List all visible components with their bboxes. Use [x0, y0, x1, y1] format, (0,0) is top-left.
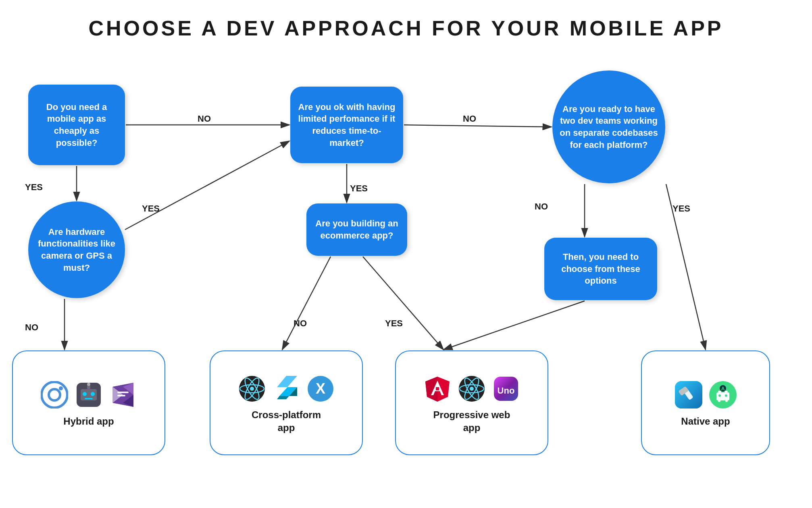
arrow-no5: NO — [294, 318, 307, 329]
svg-rect-19 — [85, 398, 93, 399]
ionic-icon — [40, 380, 70, 410]
cross-platform-icons: X — [237, 373, 336, 404]
arrow-yes1: YES — [25, 182, 43, 193]
svg-rect-57 — [725, 391, 728, 392]
svg-rect-27 — [117, 395, 125, 396]
svg-point-59 — [725, 394, 727, 397]
pwa-icons: Uno — [423, 373, 521, 404]
result-native: A Native app — [641, 350, 770, 455]
box3: Are you ready to have two dev teams work… — [552, 70, 665, 183]
svg-point-12 — [42, 382, 67, 408]
result-hybrid: Hybrid app — [12, 350, 165, 455]
svg-marker-33 — [277, 376, 297, 387]
svg-point-18 — [91, 392, 95, 396]
hybrid-label: Hybrid app — [63, 415, 114, 427]
arrow-yes4: YES — [673, 203, 690, 214]
visual-studio-icon — [108, 380, 138, 410]
result-cross-platform: X Cross-platform app — [210, 350, 363, 455]
svg-rect-61 — [725, 398, 728, 402]
box6: Then, you need to choose from these opti… — [544, 238, 657, 300]
arrow-yes5: YES — [385, 318, 403, 329]
svg-marker-35 — [277, 396, 289, 399]
svg-rect-60 — [718, 398, 720, 402]
svg-line-4 — [125, 141, 289, 230]
svg-rect-26 — [117, 392, 129, 393]
arrow-yes2: YES — [142, 203, 160, 214]
svg-line-11 — [443, 301, 585, 350]
hybrid-icons — [40, 380, 138, 410]
xcode-icon — [673, 380, 704, 410]
react-icon — [457, 373, 487, 404]
cross-platform-label: Cross-platform app — [252, 408, 321, 433]
svg-point-21 — [87, 383, 90, 386]
svg-point-14 — [59, 386, 63, 390]
react-native-icon — [237, 373, 267, 404]
robot-icon — [74, 380, 104, 410]
svg-point-32 — [250, 387, 254, 391]
box4: Are hardware functionalities like camera… — [28, 201, 125, 298]
svg-text:Uno: Uno — [498, 386, 515, 396]
xamarin-icon: X — [306, 373, 336, 404]
native-label: Native app — [681, 415, 730, 427]
svg-point-17 — [83, 392, 87, 396]
arrow-no4: NO — [25, 322, 38, 333]
angular-icon — [423, 373, 453, 404]
box2: Are you ok with having limited perfomanc… — [290, 87, 403, 163]
svg-line-10 — [363, 257, 443, 350]
arrow-no2: NO — [463, 114, 476, 124]
native-icons: A — [673, 380, 738, 410]
flutter-icon — [271, 373, 302, 404]
svg-text:X: X — [316, 380, 325, 397]
svg-line-9 — [282, 257, 331, 350]
svg-line-2 — [404, 125, 552, 127]
svg-point-47 — [470, 387, 474, 391]
pwa-label: Progressive web app — [433, 408, 510, 433]
box5: Are you building an ecommerce app? — [306, 203, 407, 256]
page-title: CHOOSE A DEV APPROACH FOR YOUR MOBILE AP… — [0, 0, 812, 44]
svg-rect-42 — [436, 387, 439, 390]
box1: Do you need a mobile app as cheaply as p… — [28, 85, 125, 165]
svg-point-58 — [718, 394, 721, 397]
result-pwa: Uno Progressive web app — [395, 350, 548, 455]
arrow-yes3: YES — [350, 183, 368, 194]
arrow-no3: NO — [535, 201, 548, 212]
arrow-no1: NO — [198, 114, 211, 124]
svg-text:A: A — [721, 386, 725, 392]
uno-icon: Uno — [491, 373, 521, 404]
android-studio-icon: A — [708, 380, 738, 410]
